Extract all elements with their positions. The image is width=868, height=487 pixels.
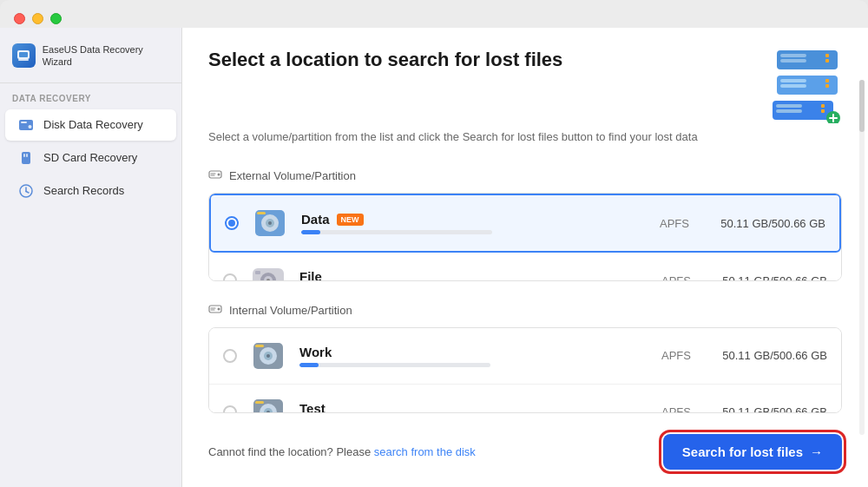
partition-size-file: 50.11 GB/500.66 GB: [714, 274, 827, 281]
page-subtitle: Select a volume/partition from the list …: [208, 130, 842, 143]
svg-rect-6: [22, 152, 30, 164]
internal-partition-list: Work APFS 50.11 GB/500.66 GB Test: [208, 327, 842, 413]
sidebar-item-disk[interactable]: Disk Data Recovery: [5, 109, 176, 141]
svg-rect-25: [821, 104, 825, 108]
cannot-find-text: Cannot find the location? Please search …: [208, 445, 476, 458]
hero-drive-2: [777, 74, 842, 96]
partition-fs-file: APFS: [650, 274, 702, 281]
svg-rect-26: [821, 109, 825, 113]
svg-point-31: [218, 174, 220, 176]
drive-icon-test: [249, 393, 287, 413]
external-section-header: External Volume/Partition: [208, 168, 842, 184]
svg-rect-24: [776, 109, 802, 113]
clock-icon: [17, 182, 35, 200]
svg-rect-1: [19, 52, 28, 57]
svg-rect-43: [255, 271, 260, 274]
partition-item-work[interactable]: Work APFS 50.11 GB/500.66 GB: [209, 328, 841, 385]
svg-rect-4: [21, 122, 27, 123]
drive-icon-data: [251, 204, 289, 242]
partition-fs-work: APFS: [650, 349, 702, 362]
close-button[interactable]: [14, 13, 25, 24]
partition-item-file[interactable]: File APFS 50.11 GB/500.66 GB: [209, 253, 841, 281]
app-name-label: EaseUS Data Recovery Wizard: [43, 43, 169, 69]
internal-section-header: Internal Volume/Partition: [208, 302, 842, 319]
progress-bar-work: [299, 363, 490, 367]
hero-illustration: [773, 49, 842, 123]
partition-size-work: 50.11 GB/500.66 GB: [714, 349, 827, 362]
partition-info-data: Data NEW: [301, 212, 636, 234]
window-chrome: [0, 0, 868, 28]
svg-point-5: [29, 125, 32, 128]
svg-rect-15: [825, 54, 829, 57]
svg-rect-16: [825, 59, 829, 63]
partition-size-test: 50.11 GB/500.66 GB: [714, 405, 827, 413]
sidebar-item-sd[interactable]: SD Card Recovery: [5, 142, 176, 174]
sidebar-item-disk-label: Disk Data Recovery: [43, 118, 143, 131]
hero-drive-3-plus: [773, 99, 842, 123]
sd-card-icon: [17, 149, 35, 167]
partition-fs-data: APFS: [648, 217, 700, 230]
sidebar-item-search-records-label: Search Records: [43, 184, 124, 197]
hdd-icon: [208, 168, 222, 184]
search-for-lost-files-button[interactable]: Search for lost files →: [663, 434, 842, 470]
partition-info-work: Work: [299, 345, 638, 367]
hero-drive-1: [777, 49, 842, 71]
partition-item-data[interactable]: Data NEW APFS 50.11 GB/500.66 GB: [209, 194, 841, 253]
external-partition-list: Data NEW APFS 50.11 GB/500.66 GB Fil: [208, 193, 842, 281]
svg-rect-13: [780, 54, 806, 57]
svg-rect-18: [780, 79, 806, 82]
scrollbar-thumb[interactable]: [859, 80, 865, 132]
sidebar: EaseUS Data Recovery Wizard Data Recover…: [0, 28, 182, 487]
svg-rect-2: [18, 59, 29, 61]
partition-fs-test: APFS: [650, 405, 702, 413]
main-content: Select a location to search for lost fil…: [182, 28, 868, 487]
page-header: Select a location to search for lost fil…: [208, 49, 842, 123]
radio-data[interactable]: [225, 216, 239, 230]
svg-rect-8: [26, 154, 28, 157]
progress-bar-data: [301, 230, 492, 234]
sidebar-item-search-records[interactable]: Search Records: [5, 175, 176, 207]
sidebar-logo-area: EaseUS Data Recovery Wizard: [0, 36, 181, 83]
disk-icon: [17, 116, 35, 134]
svg-rect-14: [780, 59, 806, 63]
fullscreen-button[interactable]: [50, 13, 62, 24]
bottom-row: Cannot find the location? Please search …: [208, 425, 842, 470]
external-section-label: External Volume/Partition: [229, 169, 356, 182]
app-logo-icon: [12, 43, 36, 68]
minimize-button[interactable]: [32, 13, 43, 24]
svg-point-51: [266, 354, 270, 358]
svg-rect-23: [776, 104, 802, 108]
svg-rect-7: [23, 154, 25, 157]
svg-rect-38: [257, 212, 266, 214]
new-badge-data: NEW: [337, 214, 364, 226]
scrollbar-track[interactable]: [859, 80, 865, 435]
svg-line-11: [26, 191, 29, 193]
partition-item-test[interactable]: Test APFS 50.11 GB/500.66 GB: [209, 385, 841, 413]
drive-icon-file: [249, 261, 287, 281]
svg-point-37: [268, 221, 272, 225]
search-from-disk-link[interactable]: search from the disk: [374, 445, 476, 458]
sidebar-item-sd-label: SD Card Recovery: [43, 151, 137, 164]
svg-rect-19: [780, 84, 806, 88]
radio-file[interactable]: [223, 273, 237, 281]
partition-size-data: 50.11 GB/500.66 GB: [713, 217, 825, 230]
partition-info-test: Test: [299, 401, 638, 413]
hdd-internal-icon: [208, 302, 222, 319]
page-title: Select a location to search for lost fil…: [208, 49, 562, 71]
svg-rect-3: [19, 120, 33, 130]
svg-rect-21: [825, 84, 829, 88]
partition-info-file: File: [299, 269, 638, 281]
drive-icon-work: [249, 337, 287, 375]
svg-rect-57: [255, 401, 264, 404]
svg-rect-52: [255, 345, 264, 347]
svg-rect-20: [825, 79, 829, 82]
svg-point-45: [218, 307, 220, 310]
sidebar-section-label: Data Recovery: [0, 83, 181, 109]
internal-section-label: Internal Volume/Partition: [229, 304, 352, 317]
radio-test[interactable]: [223, 405, 237, 413]
radio-work[interactable]: [223, 349, 237, 363]
